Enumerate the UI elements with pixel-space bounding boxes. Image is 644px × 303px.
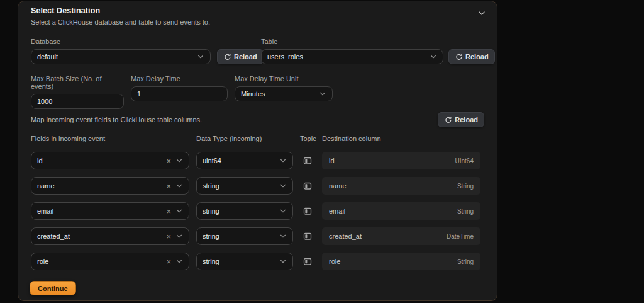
- topic-icon: [303, 257, 312, 266]
- chevron-down-icon: [279, 182, 287, 190]
- datatype-value: uint64: [203, 157, 221, 164]
- incoming-field-value: role: [37, 258, 48, 265]
- clear-selection-icon[interactable]: ×: [166, 207, 171, 215]
- mapping-rows: id × uint64 id UInt64 name × string: [31, 152, 480, 270]
- chevron-down-icon: [175, 182, 183, 190]
- reload-button-label: Reload: [465, 53, 489, 60]
- datatype-value: string: [203, 182, 219, 190]
- mapping-table: Fields in incoming event Data Type (inco…: [31, 135, 480, 278]
- incoming-field-select[interactable]: email ×: [31, 202, 189, 220]
- mapping-row: id × uint64 id UInt64: [31, 152, 480, 169]
- table-select-value: users_roles: [267, 53, 303, 60]
- chevron-down-icon: [175, 157, 183, 164]
- destination-column-cell: name String: [322, 177, 480, 195]
- destination-column-type: UInt64: [455, 157, 474, 164]
- refresh-icon: [223, 53, 231, 60]
- max-batch-size-label: Max Batch Size (No. of events): [31, 75, 124, 90]
- max-batch-size-input[interactable]: [31, 94, 124, 109]
- incoming-field-value: email: [37, 207, 53, 215]
- page-subtitle: Select a ClickHouse database and table t…: [31, 18, 469, 26]
- refresh-icon: [444, 116, 452, 123]
- destination-column-type: String: [457, 258, 474, 265]
- column-header-destination: Destination column: [322, 135, 480, 142]
- chevron-down-icon: [279, 258, 287, 265]
- chevron-down-icon: [175, 207, 183, 215]
- mapping-toolbar: Map incoming event fields to ClickHouse …: [31, 112, 484, 127]
- database-reload-button[interactable]: Reload: [217, 49, 264, 64]
- incoming-field-select[interactable]: id ×: [31, 152, 189, 169]
- incoming-field-select[interactable]: created_at ×: [31, 227, 189, 245]
- table-reload-button[interactable]: Reload: [448, 49, 495, 64]
- datatype-value: string: [203, 207, 219, 215]
- topic-icon: [303, 232, 312, 241]
- database-label: Database: [31, 38, 264, 45]
- destination-column-type: DateTime: [447, 233, 474, 240]
- database-select[interactable]: default: [31, 49, 211, 64]
- max-delay-time-unit-value: Minutes: [241, 90, 265, 98]
- column-header-topic: Topic: [300, 135, 315, 142]
- destination-column-cell: id UInt64: [322, 152, 480, 169]
- destination-column-name: role: [329, 258, 340, 265]
- chevron-down-icon: [319, 90, 326, 98]
- destination-column-cell: role String: [322, 253, 480, 270]
- destination-column-name: email: [329, 207, 345, 215]
- database-group: Database default Reload: [31, 38, 264, 64]
- chevron-down-icon: [175, 232, 183, 240]
- reload-button-label: Reload: [455, 116, 478, 123]
- incoming-field-select[interactable]: name ×: [31, 177, 189, 195]
- clear-selection-icon[interactable]: ×: [166, 182, 171, 190]
- topic-cell: [300, 156, 315, 165]
- mapping-row: name × string name String: [31, 177, 480, 195]
- page-title: Select Destination: [31, 6, 469, 15]
- destination-column-cell: email String: [322, 202, 480, 220]
- mapping-row: email × string email String: [31, 202, 480, 220]
- destination-column-type: String: [457, 183, 474, 190]
- clear-selection-icon[interactable]: ×: [166, 232, 171, 241]
- incoming-field-value: name: [37, 182, 55, 190]
- table-group: Table users_roles Reload: [261, 38, 495, 64]
- datatype-select[interactable]: string: [196, 253, 293, 270]
- chevron-down-icon: [279, 207, 287, 215]
- max-delay-time-unit-select[interactable]: Minutes: [235, 86, 333, 101]
- clear-selection-icon[interactable]: ×: [166, 157, 171, 165]
- topic-cell: [300, 232, 315, 241]
- destination-column-name: name: [329, 182, 347, 190]
- clear-selection-icon[interactable]: ×: [166, 258, 171, 266]
- continue-button-label: Continue: [38, 285, 68, 292]
- chevron-down-icon: [279, 157, 287, 164]
- datatype-select[interactable]: string: [196, 202, 293, 220]
- topic-cell: [300, 207, 315, 215]
- datatype-value: string: [203, 232, 219, 240]
- continue-button[interactable]: Continue: [30, 281, 76, 295]
- max-delay-time-label: Max Delay Time: [131, 75, 228, 83]
- incoming-field-value: id: [37, 157, 43, 164]
- incoming-field-value: created_at: [37, 232, 70, 240]
- max-delay-time-input[interactable]: [131, 86, 228, 101]
- database-select-value: default: [37, 53, 58, 60]
- mapping-table-header: Fields in incoming event Data Type (inco…: [31, 135, 480, 142]
- chevron-down-icon: [430, 53, 437, 60]
- chevron-down-icon: [197, 53, 204, 60]
- destination-column-type: String: [457, 208, 474, 215]
- topic-icon: [303, 156, 312, 165]
- datatype-select[interactable]: string: [196, 177, 293, 195]
- mapping-reload-button[interactable]: Reload: [438, 112, 484, 127]
- mapping-row: created_at × string created_at DateTime: [31, 227, 480, 245]
- table-select[interactable]: users_roles: [261, 49, 443, 64]
- panel-header: Select Destination Select a ClickHouse d…: [31, 6, 469, 26]
- refresh-icon: [455, 53, 462, 60]
- table-label: Table: [261, 38, 495, 45]
- column-header-field: Fields in incoming event: [31, 135, 189, 142]
- destination-column-name: created_at: [329, 232, 362, 240]
- chevron-down-icon: [279, 232, 287, 240]
- datatype-select[interactable]: string: [196, 227, 293, 245]
- topic-icon: [303, 207, 312, 215]
- max-delay-time-group: Max Delay Time: [131, 75, 228, 101]
- max-batch-size-group: Max Batch Size (No. of events): [31, 75, 124, 109]
- datatype-select[interactable]: uint64: [196, 152, 293, 169]
- incoming-field-select[interactable]: role ×: [31, 253, 189, 270]
- mapping-description: Map incoming event fields to ClickHouse …: [31, 116, 202, 123]
- topic-icon: [303, 181, 312, 190]
- collapse-panel-button[interactable]: [475, 7, 488, 20]
- reload-button-label: Reload: [234, 53, 257, 60]
